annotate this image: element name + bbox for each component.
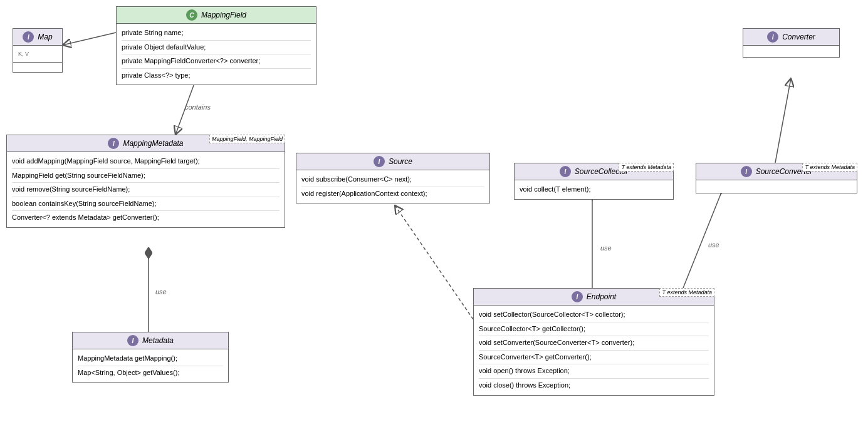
map-subtext: K, V (18, 51, 29, 57)
mappingmetadata-icon: I (108, 138, 119, 149)
map-icon: I (23, 31, 34, 43)
sourcecollector-icon: I (560, 166, 571, 177)
metadata-header: I Metadata (73, 332, 228, 349)
mappingfield-body: private String name; private Object defa… (117, 24, 316, 85)
mappingfield-icon: C (186, 9, 197, 21)
svg-text:use: use (155, 288, 167, 296)
mappingmetadata-badge: MappingField, MappingField (209, 135, 285, 143)
svg-text:use: use (708, 241, 719, 249)
sourcecollector-header: I SourceCollector T extends Metadata (515, 163, 673, 180)
mappingmetadata-header: I MappingMetadata MappingField, MappingF… (7, 135, 285, 152)
ep-row-3: void setConverter(SourceConverter<T> con… (479, 336, 709, 351)
source-name: Source (389, 157, 412, 166)
metadata-name: Metadata (142, 336, 174, 345)
converter-class: I Converter (743, 28, 840, 58)
sourceconverter-badge: T extends Metadata (802, 163, 857, 172)
ep-row-2: SourceCollector<T> getCollector(); (479, 322, 709, 337)
mm-row-1: void addMapping(MappingField source, Map… (12, 155, 280, 169)
endpoint-body: void setCollector(SourceCollector<T> col… (474, 306, 714, 395)
mm-row-4: boolean containsKey(String sourceFieldNa… (12, 197, 280, 212)
mappingfield-row-1: private String name; (122, 26, 311, 41)
svg-line-5 (395, 205, 473, 319)
endpoint-icon: I (572, 291, 583, 302)
mappingfield-header: C MappingField (117, 7, 316, 24)
mm-row-2: MappingField get(String sourceFieldName)… (12, 169, 280, 183)
metadata-icon: I (127, 335, 139, 346)
converter-name: Converter (782, 33, 815, 41)
converter-header: I Converter (743, 29, 839, 46)
svg-text:contains: contains (185, 103, 211, 111)
sourceconverter-header: I SourceConverter T extends Metadata (696, 163, 857, 180)
sourceconverter-body (696, 180, 857, 193)
svg-line-8 (683, 194, 721, 288)
metadata-body: MappingMetadata getMapping(); Map<String… (73, 349, 228, 382)
mappingmetadata-body: void addMapping(MappingField source, Map… (7, 152, 285, 227)
converter-body (743, 46, 839, 57)
mappingmetadata-name: MappingMetadata (123, 139, 183, 148)
endpoint-badge: T extends Metadata (659, 288, 714, 297)
endpoint-header: I Endpoint T extends Metadata (474, 289, 714, 306)
svg-line-10 (775, 78, 791, 163)
ep-row-4: SourceConverter<T> getConverter(); (479, 351, 709, 365)
source-class: I Source void subscribe(Consumer<C> next… (296, 153, 490, 203)
mappingfield-class: C MappingField private String name; priv… (116, 6, 316, 85)
mm-row-3: void remove(String sourceFieldName); (12, 183, 280, 197)
mappingmetadata-class: I MappingMetadata MappingField, MappingF… (6, 135, 285, 228)
map-body: K, V (13, 46, 62, 62)
source-icon: I (374, 156, 385, 167)
ep-row-5: void open() throws Exception; (479, 364, 709, 379)
sourcecollector-class: I SourceCollector T extends Metadata voi… (514, 163, 674, 200)
converter-icon: I (767, 31, 778, 43)
mm-row-5: Converter<? extends Metadata> getConvert… (12, 211, 280, 225)
sourceconverter-icon: I (741, 166, 752, 177)
source-row-2: void register(ApplicationContext context… (301, 187, 484, 201)
endpoint-name: Endpoint (587, 292, 616, 301)
endpoint-class: I Endpoint T extends Metadata void setCo… (473, 288, 714, 396)
svg-text:use: use (600, 244, 612, 252)
sourcecollector-body: void collect(T element); (515, 180, 673, 199)
sourceconverter-class: I SourceConverter T extends Metadata (696, 163, 857, 193)
mappingfield-row-2: private Object defaultValue; (122, 41, 311, 55)
svg-line-0 (63, 33, 116, 45)
meta-row-2: Map<String, Object> getValues(); (78, 366, 223, 380)
map-header: I Map (13, 29, 62, 46)
metadata-class: I Metadata MappingMetadata getMapping();… (72, 332, 229, 383)
mappingfield-name: MappingField (201, 11, 246, 19)
sourcecollector-badge: T extends Metadata (619, 163, 674, 172)
meta-row-1: MappingMetadata getMapping(); (78, 352, 223, 366)
mappingfield-row-3: private MappingFieldConverter<?> convert… (122, 54, 311, 69)
source-body: void subscribe(Consumer<C> next); void r… (296, 170, 489, 203)
diagram-container: contains use use use I Map K, V C (0, 0, 868, 442)
source-header: I Source (296, 153, 489, 170)
mappingfield-row-4: private Class<?> type; (122, 69, 311, 83)
source-row-1: void subscribe(Consumer<C> next); (301, 173, 484, 187)
map-name: Map (38, 33, 52, 41)
sc-row-1: void collect(T element); (520, 183, 668, 197)
ep-row-1: void setCollector(SourceCollector<T> col… (479, 308, 709, 322)
ep-row-6: void close() throws Exception; (479, 379, 709, 393)
map-class: I Map K, V (13, 28, 63, 73)
